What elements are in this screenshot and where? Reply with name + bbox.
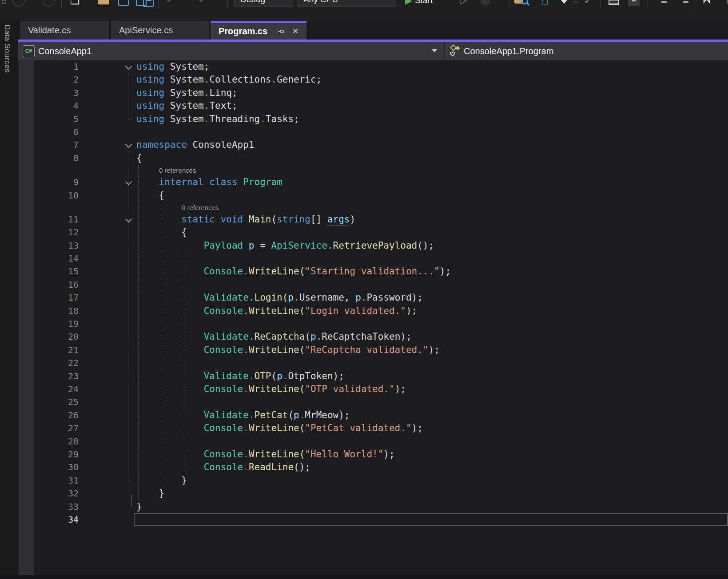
tab-apiservice-cs[interactable]: ApiService.cs: [111, 21, 209, 40]
code-text[interactable]: Validate.OTP(p.OtpToken);: [118, 370, 728, 383]
collapse-all-icon[interactable]: [561, 0, 568, 8]
code-text[interactable]: Console.WriteLine("Starting validation..…: [118, 265, 728, 278]
code-line-17[interactable]: 17 Validate.Login(p.Username, p.Password…: [18, 291, 728, 304]
code-text[interactable]: [118, 252, 728, 265]
solution-configuration-select[interactable]: Debug: [235, 0, 293, 7]
codelens-references-link[interactable]: 0 references: [159, 167, 196, 174]
code-text[interactable]: Console.WriteLine("PetCat validated.");: [118, 422, 728, 435]
navigate-home-icon[interactable]: ⌂: [541, 0, 549, 8]
code-line-25[interactable]: 25: [18, 396, 728, 408]
code-text[interactable]: {: [118, 189, 728, 202]
start-button[interactable]: ▶ Start: [405, 0, 433, 8]
code-line-19[interactable]: 19: [18, 317, 728, 330]
code-line-22[interactable]: 22: [18, 357, 728, 369]
increase-indent-icon[interactable]: [680, 0, 688, 8]
code-text[interactable]: Console.ReadLine();: [118, 461, 728, 474]
decrease-indent-icon[interactable]: [658, 0, 667, 8]
code-line-32[interactable]: 32 }: [18, 487, 728, 500]
code-line-20[interactable]: 20 Validate.ReCaptcha(p.ReCaptchaToken);: [18, 330, 728, 343]
close-tab-icon[interactable]: ✕: [292, 27, 298, 36]
code-editor[interactable]: 1using System;2using System.Collections.…: [18, 60, 728, 579]
code-line-14[interactable]: 14: [18, 252, 728, 265]
code-line-9[interactable]: 9 internal class Program: [18, 176, 728, 189]
code-line-31[interactable]: 31 }: [18, 474, 728, 487]
code-text[interactable]: }: [118, 487, 728, 500]
type-dropdown[interactable]: ConsoleApp1.Program: [445, 42, 728, 60]
code-line-30[interactable]: 30 Console.ReadLine();: [18, 461, 728, 474]
code-text[interactable]: }: [118, 474, 728, 487]
code-line-15[interactable]: 15 Console.WriteLine("Starting validatio…: [18, 265, 728, 278]
pin-tab-icon[interactable]: [277, 28, 285, 36]
code-line-29[interactable]: 29 Console.WriteLine("Hello World!");: [18, 448, 728, 461]
code-text[interactable]: [118, 396, 728, 408]
code-text[interactable]: Console.WriteLine("Hello World!");: [118, 448, 728, 461]
code-line-4[interactable]: 4using System.Text;: [18, 99, 728, 112]
code-text[interactable]: Validate.Login(p.Username, p.Password);: [118, 291, 728, 304]
grip-handle[interactable]: [2, 0, 6, 8]
parameter-info-icon[interactable]: ≡: [628, 0, 640, 8]
toolbar-overflow-icon[interactable]: ∖: [723, 0, 728, 8]
code-text[interactable]: using System.Threading.Tasks;: [118, 113, 728, 126]
redo-icon[interactable]: ↷: [195, 0, 203, 8]
code-text[interactable]: {: [118, 226, 728, 239]
code-line-12[interactable]: 12 {: [18, 226, 728, 239]
code-line-1[interactable]: 1using System;: [18, 60, 728, 73]
run-without-debug-icon[interactable]: ▷: [460, 0, 467, 8]
code-text[interactable]: using System.Linq;: [118, 87, 728, 99]
find-in-files-icon[interactable]: [514, 0, 528, 8]
code-text[interactable]: }: [118, 500, 728, 513]
code-text[interactable]: Payload p = ApiService.RetrievePayload()…: [118, 239, 728, 252]
codelens-references-link[interactable]: 0 references: [182, 204, 219, 211]
code-line-3[interactable]: 3using System.Linq;: [18, 87, 728, 99]
code-text[interactable]: Validate.ReCaptcha(p.ReCaptchaToken);: [118, 330, 728, 343]
code-text[interactable]: internal class Program: [118, 176, 728, 189]
code-line-2[interactable]: 2using System.Collections.Generic;: [18, 73, 728, 86]
new-item-icon[interactable]: ❏: [70, 0, 80, 8]
hot-reload-icon[interactable]: [481, 0, 490, 8]
nav-forward-icon[interactable]: [43, 0, 55, 8]
undo-icon[interactable]: ↶: [166, 0, 175, 8]
code-line-10[interactable]: 10 {: [18, 189, 728, 202]
code-text[interactable]: [118, 357, 728, 369]
code-line-33[interactable]: 33}: [18, 500, 728, 513]
code-lines[interactable]: 1using System;2using System.Collections.…: [18, 60, 728, 526]
code-line-7[interactable]: 7namespace ConsoleApp1: [18, 139, 728, 151]
code-text[interactable]: [118, 126, 728, 139]
code-text[interactable]: using System.Collections.Generic;: [118, 73, 728, 86]
code-text[interactable]: using System;: [118, 60, 728, 73]
save-icon[interactable]: [118, 0, 129, 8]
code-text[interactable]: Console.WriteLine("Login validated.");: [118, 305, 728, 317]
code-text[interactable]: {: [118, 152, 728, 165]
code-text[interactable]: [118, 513, 728, 526]
nav-back-icon[interactable]: [12, 0, 25, 8]
tab-validate-cs[interactable]: Validate.cs: [20, 21, 109, 40]
code-text[interactable]: [118, 278, 728, 291]
code-line-11[interactable]: 11 static void Main(string[] args): [18, 213, 728, 226]
project-dropdown[interactable]: C# ConsoleApp1: [18, 42, 444, 60]
code-line-21[interactable]: 21 Console.WriteLine("ReCaptcha validate…: [18, 344, 728, 357]
code-check-icon[interactable]: ✓: [584, 0, 593, 8]
solution-platform-select[interactable]: Any CPU: [298, 0, 396, 7]
code-text[interactable]: Console.WriteLine("ReCaptcha validated."…: [118, 344, 728, 357]
code-text[interactable]: [118, 435, 728, 448]
code-line-24[interactable]: 24 Console.WriteLine("OTP validated.");: [18, 383, 728, 396]
code-line-13[interactable]: 13 Payload p = ApiService.RetrievePayloa…: [18, 239, 728, 252]
code-line-8[interactable]: 8{: [18, 152, 728, 165]
code-text[interactable]: Console.WriteLine("OTP validated.");: [118, 383, 728, 396]
list-members-icon[interactable]: [609, 0, 619, 8]
code-line-28[interactable]: 28: [18, 435, 728, 448]
code-text[interactable]: [118, 317, 728, 330]
code-text[interactable]: namespace ConsoleApp1: [118, 139, 728, 151]
code-text[interactable]: static void Main(string[] args): [118, 213, 728, 226]
code-line-27[interactable]: 27 Console.WriteLine("PetCat validated."…: [18, 422, 728, 435]
code-line-16[interactable]: 16: [18, 278, 728, 291]
code-line-18[interactable]: 18 Console.WriteLine("Login validated.")…: [18, 305, 728, 317]
code-line-26[interactable]: 26 Validate.PetCat(p.MrMeow);: [18, 409, 728, 422]
code-text[interactable]: Validate.PetCat(p.MrMeow);: [118, 409, 728, 422]
code-line-34[interactable]: 34: [18, 513, 728, 526]
code-line-6[interactable]: 6: [18, 126, 728, 139]
tab-program-cs[interactable]: Program.cs✕: [211, 21, 306, 40]
open-folder-icon[interactable]: [98, 0, 109, 8]
code-line-23[interactable]: 23 Validate.OTP(p.OtpToken);: [18, 370, 728, 383]
bookmark-icon[interactable]: [703, 0, 712, 8]
